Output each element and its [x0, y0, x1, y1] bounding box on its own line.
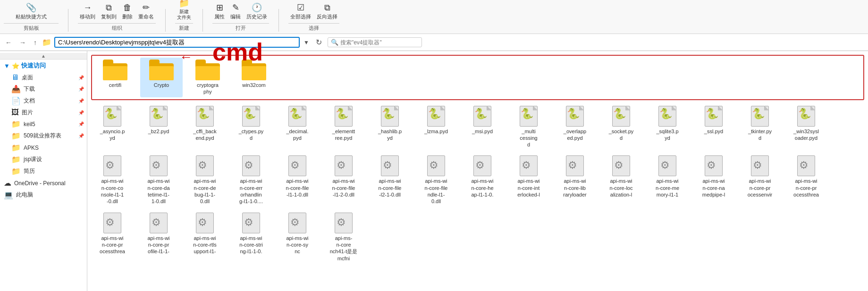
file-socket[interactable]: 🐍 _socket.pyd: [600, 104, 642, 150]
onedrive-icon: ☁: [4, 179, 11, 188]
file-dll-misc[interactable]: ⚙ api-ms-n-corench41-t是是mcfni: [322, 211, 365, 264]
quick-access-header[interactable]: ▼ ⭐ 快速访问: [0, 60, 87, 72]
select-all-button[interactable]: ☑ 全部选择: [288, 1, 313, 21]
folder-cryptography[interactable]: cryptogra phy: [186, 58, 229, 97]
sidebar-item-jsp[interactable]: 📁 jsp课设: [0, 154, 87, 165]
file-ctypes[interactable]: 🐍 _ctypes.pyd: [230, 104, 272, 150]
file-dll-file2[interactable]: ⚙ api-ms-win-core-file-l1-2-0.dll: [322, 154, 365, 206]
file-sqlite3[interactable]: 🐍 _sqlite3.pyd: [646, 104, 689, 150]
file-dll-heap[interactable]: ⚙ api-ms-win-core-heap-l1-1-0.: [461, 154, 504, 206]
edit-button[interactable]: ✎ 编辑: [228, 1, 243, 21]
file-dll-libraryloader[interactable]: ⚙ api-ms-win-core-libraryloader: [554, 154, 596, 206]
dll-file2-label: api-ms-win-core-file-l1-2-0.dll: [332, 178, 355, 198]
dll-handle-label: api-ms-win-core-filendle-l1-0.dll: [425, 178, 448, 205]
select-all-label: 全部选择: [290, 13, 311, 20]
properties-button[interactable]: ⊞ 属性: [212, 1, 227, 21]
select-group: ☑ 全部选择 ⧉ 反向选择 选择: [288, 1, 339, 32]
file-asyncio[interactable]: 🐍 _asyncio.pyd: [91, 104, 134, 150]
sidebar-item-downloads[interactable]: 📥 下载 📌: [0, 83, 87, 95]
file-dll-console[interactable]: ⚙ api-ms-win-core-console-l1-1-0.dll: [91, 154, 134, 206]
file-lzma[interactable]: 🐍 _lzma.pyd: [415, 104, 457, 150]
file-dll-rtlsupport[interactable]: ⚙ api-ms-win-core-rtlsupport-l1-: [184, 211, 226, 264]
file-dll-handle[interactable]: ⚙ api-ms-win-core-filendle-l1-0.dll: [415, 154, 457, 206]
dll-string-icon: ⚙: [241, 213, 261, 233]
dll-sync-label: api-ms-win-core-sync: [286, 235, 308, 255]
file-dll-processenv[interactable]: ⚙ api-ms-win-core-processenvir: [739, 154, 781, 206]
sidebar-item-jobs[interactable]: 📁 509就业推荐表 📌: [0, 130, 87, 142]
history-button[interactable]: 🕐 历史记录: [244, 1, 269, 21]
file-tkinter[interactable]: 🐍 _tkinter.pyd: [739, 104, 781, 150]
file-dll-profile[interactable]: ⚙ api-ms-win-core-profile-l1-1-: [137, 211, 180, 264]
sidebar-item-docs[interactable]: 📄 文档 📌: [0, 95, 87, 107]
file-bz2[interactable]: 🐍 _bz2.pyd: [137, 104, 180, 150]
sidebar-item-apks[interactable]: 📁 APKS: [0, 142, 87, 154]
sidebar-item-pictures[interactable]: 🖼 图片 📌: [0, 107, 87, 118]
file-cffi-label: _cffi_backend.pyd: [193, 128, 216, 142]
file-multi[interactable]: 🐍 _multicessingd: [507, 104, 550, 150]
folder-crypto[interactable]: Crypto: [140, 58, 183, 97]
dll-file3-label: api-ms-win-core-file-l2-1-0.dll: [379, 178, 402, 198]
file-dll-file3[interactable]: ⚙ api-ms-win-core-file-l2-1-0.dll: [369, 154, 411, 206]
move-to-button[interactable]: → 移动到: [78, 2, 97, 21]
file-dll-string[interactable]: ⚙ api-ms-win-core-string-l1-1-0.: [230, 211, 272, 264]
search-input[interactable]: [340, 39, 411, 46]
search-icon: 🔍: [331, 39, 338, 46]
sidebar-item-keil5[interactable]: 📁 keil5 📌: [0, 118, 87, 130]
dll-handle-icon: ⚙: [426, 155, 447, 176]
file-dll-namedpipe[interactable]: ⚙ api-ms-win-core-namedpipe-l: [692, 154, 735, 206]
file-dll-localization[interactable]: ⚙ api-ms-win-core-localization-l: [600, 154, 642, 206]
file-decimal-label: _decimal.pyd: [286, 128, 308, 142]
file-dll-errorhandling[interactable]: ⚙ api-ms-win-core-errorhandling-l1-1-0..…: [230, 154, 272, 206]
file-dll-debug[interactable]: ⚙ api-ms-win-core-debug-l1-1-0.dll: [184, 154, 226, 206]
folder-win32com[interactable]: win32com: [233, 58, 275, 97]
sidebar-item-label: keil5: [24, 121, 35, 128]
file-dll-interlocked[interactable]: ⚙ api-ms-win-core-interlocked-l: [507, 154, 550, 206]
address-dropdown-button[interactable]: ▼: [303, 38, 310, 47]
file-dll-file1[interactable]: ⚙ api-ms-win-core-file-l1-1-0.dll: [276, 154, 319, 206]
file-win32sysloader[interactable]: 🐍 _win32sysloader.pyd: [785, 104, 827, 150]
file-dll-processthread1[interactable]: ⚙ api-ms-win-core-processthrea: [785, 154, 827, 206]
paste-shortcut-icon: 📎: [26, 2, 36, 13]
pin-to-quick-button[interactable]: 📌 固定到快速访问: [4, 0, 26, 0]
file-cffi[interactable]: 🐍 _cffi_backend.pyd: [184, 104, 226, 150]
paste-shortcut-button[interactable]: 📎 粘贴快捷方式: [14, 1, 49, 21]
sidebar-scroll-up[interactable]: ▲: [0, 53, 87, 60]
invert-button[interactable]: ⧉ 反向选择: [315, 2, 339, 21]
new-folder-button[interactable]: 📁 新建文件夹: [175, 0, 193, 21]
file-dll-processthread2[interactable]: ⚙ api-ms-win-core-processthrea: [91, 211, 134, 264]
sidebar-item-pc[interactable]: 💻 此电脑: [0, 189, 87, 201]
file-decimal[interactable]: 🐍 _decimal.pyd: [276, 104, 319, 150]
file-dll-memory[interactable]: ⚙ api-ms-win-core-memory-l1-1: [646, 154, 689, 206]
pin-indicator: 📌: [78, 110, 84, 115]
forward-button[interactable]: →: [17, 38, 28, 47]
sidebar-item-desktop[interactable]: 🖥 桌面 📌: [0, 72, 87, 83]
refresh-button[interactable]: ↻: [313, 36, 325, 48]
new-folder-label: 新建文件夹: [177, 9, 191, 20]
clipboard-label: 剪贴板: [4, 23, 59, 32]
copy-to-button[interactable]: ⧉ 复制到: [99, 2, 118, 21]
rename-button[interactable]: ✏ 重命名: [136, 1, 156, 21]
address-input[interactable]: [54, 37, 300, 48]
file-dll-datetime[interactable]: ⚙ api-ms-win-core-datetime-l1-1-0.dll: [137, 154, 180, 206]
sidebar-item-onedrive[interactable]: ☁ OneDrive - Personal: [0, 177, 87, 189]
back-button[interactable]: ←: [3, 38, 14, 47]
file-overlapped[interactable]: 🐍 _overlapped.pyd: [554, 104, 596, 150]
file-bz2-label: _bz2.pyd: [148, 128, 169, 135]
folder-certifi[interactable]: certifi: [94, 58, 136, 97]
sidebar: ▲ ▼ ⭐ 快速访问 🖥 桌面 📌 📥 下载 📌 📄 文档 📌 🖼 图片 📌 📁: [0, 51, 87, 291]
dll-file3-icon: ⚙: [379, 155, 400, 176]
dll-processenv-icon: ⚙: [750, 155, 770, 176]
sidebar-item-label: 下载: [24, 85, 35, 93]
dll-datetime-label: api-ms-win-core-datetime-l1-1-0.dll: [147, 178, 169, 205]
dll-memory-label: api-ms-win-core-memory-l1-1: [656, 178, 679, 198]
file-elementtree[interactable]: 🐍 _elementtree.pyd: [322, 104, 365, 150]
sidebar-item-resume[interactable]: 📁 简历: [0, 165, 87, 177]
pin-indicator: 📌: [78, 75, 84, 80]
dll-interlocked-label: api-ms-win-core-interlocked-l: [517, 178, 540, 198]
file-hashlib[interactable]: 🐍 _hashlib.pyd: [369, 104, 411, 150]
file-msi[interactable]: 🐍 _msi.pyd: [461, 104, 504, 150]
file-dll-sync[interactable]: ⚙ api-ms-win-core-sync: [276, 211, 319, 264]
file-ssl[interactable]: 🐍 _ssl.pyd: [692, 104, 735, 150]
delete-button[interactable]: 🗑 删除: [120, 2, 135, 21]
up-button[interactable]: ↑: [31, 38, 39, 47]
